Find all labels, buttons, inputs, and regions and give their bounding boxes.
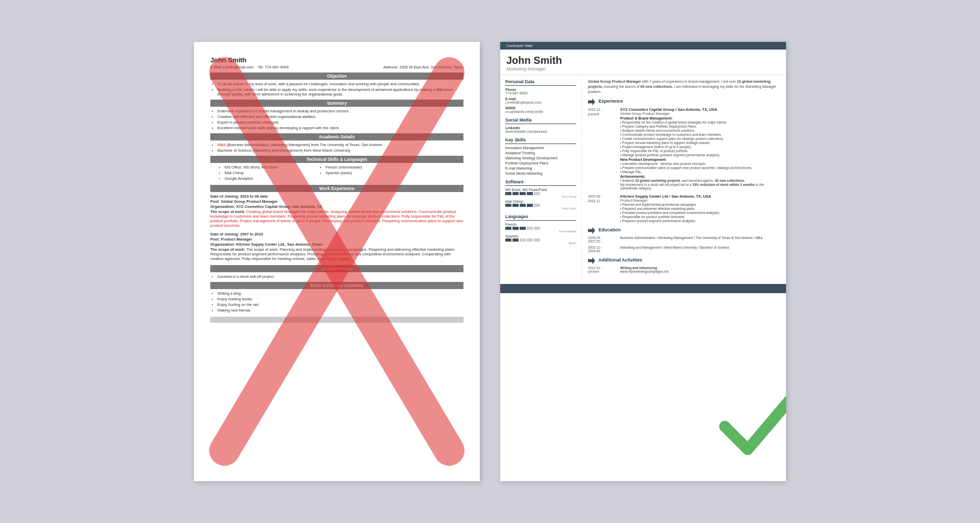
- exp-subtitle-3: Achievements:: [620, 175, 780, 178]
- edu-content-1: Business Administration / Marketing Mana…: [620, 236, 763, 243]
- www-label: WWW: [505, 106, 576, 110]
- bullet: • Fully responsible for P&L of product p…: [620, 149, 780, 153]
- main-container: John Smith E-Mail: j.smith@mail.com Tel:…: [179, 27, 801, 496]
- edu-dates-2: 2000-10 - 2004-05: [588, 246, 616, 253]
- edu-content-2: Marketing and Management / West Miami Un…: [620, 246, 729, 253]
- skill-item: Analytical Thinking: [505, 151, 576, 155]
- bar-segment: [520, 204, 526, 207]
- bullet: • Manage P&L.: [620, 170, 780, 174]
- left-email: E-Mail: j.smith@mail.com Tel: 774-987-40…: [210, 65, 288, 69]
- list-item: Excellent interpersonal skills quickly d…: [217, 126, 463, 130]
- lang-label-1: Intermediate: [505, 230, 576, 233]
- left-academic-title: Academic Details: [210, 133, 463, 140]
- work-org-2: Organization: Kitchen Supply Center Ltd.…: [210, 242, 463, 247]
- linkedin-value: www.linkedin.com/johnutw: [505, 130, 576, 133]
- work-org-1: Organization: XYZ Cosmetics Capital Grou…: [210, 204, 463, 209]
- left-lang-col: French (intermediate) Spanish (basic): [318, 165, 362, 182]
- bar-segment: [505, 192, 511, 195]
- edu-entry-2: 2000-10 - 2004-05 Marketing and Manageme…: [588, 246, 780, 253]
- exp-subtitle-2: New Product Development:: [620, 158, 780, 161]
- left-achievements-list: Involved in a stock sell-off project.: [210, 274, 463, 279]
- additional-content-1: Writing and Influencing www.mymarketingc…: [620, 266, 669, 273]
- phone-label: Phone: [505, 88, 576, 91]
- list-item: Creative with effective and efficient or…: [217, 114, 463, 119]
- exp-company-1: XYZ Cosmetics Capital Group / San Antoni…: [620, 107, 780, 112]
- skill-item: Marketing Strategy Development: [505, 156, 576, 160]
- right-name: John Smith: [506, 55, 780, 66]
- left-technical-title: Technical Skills & Languages: [210, 156, 463, 163]
- mba-highlight: MBA: [217, 142, 226, 147]
- left-summary-list: Extensive experience in brand management…: [210, 109, 463, 130]
- bar-segment: [512, 192, 519, 195]
- bar-segment: [505, 227, 511, 230]
- social-media-title: Social Media: [505, 117, 576, 124]
- right-right-col: Global Group Product Manager with 7 year…: [582, 75, 786, 280]
- left-extracurricular-title: Extra Curricular Activities: [210, 282, 463, 289]
- exp-bullets-3: I finalized 10 global marketing projects…: [620, 179, 780, 190]
- work-post-1: Post: Global Group Product Manager: [210, 199, 463, 204]
- work-date-2: Date of Joining: 2007 to 2010: [210, 232, 463, 236]
- list-item: Spanish (basic): [326, 171, 362, 175]
- summary-blurb: Global Group Product Manager with 7 year…: [588, 79, 780, 94]
- languages-title: Languages: [505, 214, 576, 221]
- exp-dates-1: 2010-12 - present: [588, 107, 616, 116]
- resume-bad: John Smith E-Mail: j.smith@mail.com Tel:…: [194, 42, 480, 481]
- left-extracurricular-list: Writing a blog. Enjoy reading books. Enj…: [210, 291, 463, 313]
- bullet: • Prepared and delivered effective marke…: [620, 207, 780, 210]
- list-item: Involved in a stock sell-off project.: [217, 274, 463, 279]
- scope-text-2: The scope of work: Planning and implemen…: [210, 247, 455, 261]
- lang-label-2: Basic: [505, 242, 576, 245]
- list-item: Writing a blog.: [217, 291, 463, 296]
- exp-bullets-4: • Planned and implemented promotional ca…: [620, 203, 780, 223]
- left-resume-name: John Smith: [210, 56, 463, 64]
- left-work-entry-1: Date of Joining: 2010 to till date Post:…: [210, 194, 463, 228]
- list-item: Enjoy reading books.: [217, 297, 463, 301]
- exp-entry-1: 2010-12 - present XYZ Cosmetics Capital …: [588, 107, 780, 190]
- bullet: • Innovation development - develop new p…: [620, 162, 780, 165]
- linkedin-label: LinkedIn: [505, 126, 576, 130]
- bar-segment-empty: [534, 192, 540, 195]
- left-work-title: Work Experience: [210, 185, 463, 192]
- bar-segment-empty: [534, 204, 540, 207]
- software-label-1: Very Good: [505, 195, 576, 198]
- bullet: • Manage product portfolio (product segm…: [620, 153, 780, 157]
- list-item: French (intermediate): [326, 165, 362, 170]
- skill-item: Social Media Marketing: [505, 172, 576, 175]
- additional-dates-1: 2012-01 - present: [588, 266, 616, 273]
- bullet: • Prepare annual marketing plans to supp…: [620, 141, 780, 145]
- left-address: Address: 1905 W East Ave, San Antonio, T…: [383, 65, 463, 69]
- bullet: • Communicate product knowledge to custo…: [620, 133, 780, 136]
- summary-text2: including the launch of: [604, 85, 641, 88]
- list-item: Google Analytics: [225, 176, 278, 181]
- left-contact-row: E-Mail: j.smith@mail.com Tel: 774-987-40…: [210, 65, 463, 69]
- software-item-2: Mail Chimp: [505, 200, 576, 203]
- work-scope-1: The scope of work: Creating global brand…: [210, 209, 463, 228]
- right-job-title: Marketing Manager: [506, 66, 780, 72]
- exp-content-1: XYZ Cosmetics Capital Group / San Antoni…: [620, 107, 780, 190]
- summary-highlight3: 60 new collections.: [641, 85, 673, 88]
- software-item-1: MS Excel, MS PowerPoint: [505, 188, 576, 192]
- bullet: • Project management (teams of up to 5 p…: [620, 145, 780, 149]
- skill-item: Portfolio Deployment Plans: [505, 161, 576, 165]
- resume-good: Curriculum Vitae John Smith Marketing Ma…: [500, 42, 786, 481]
- exp-header-1: 2010-12 - present XYZ Cosmetics Capital …: [588, 107, 780, 190]
- edu-entry-1: 2005-09 - 2007-05 Business Administratio…: [588, 236, 780, 243]
- bar-segment: [505, 239, 511, 242]
- right-left-col: Personal Data Phone 774-987-4009 E-mail …: [500, 75, 582, 280]
- left-achievements-title: Achievements: [210, 265, 463, 272]
- arrow-icon: [588, 98, 595, 105]
- left-work-entry-2: Date of Joining: 2007 to 2010 Post: Prod…: [210, 232, 463, 261]
- key-skills-title: Key Skills: [505, 137, 576, 144]
- bar-segment-empty: [520, 239, 526, 242]
- bullet: • Responsible for the creation of global…: [620, 121, 780, 124]
- bullet: I finalized 10 global marketing projects…: [620, 179, 780, 182]
- software-title: Software: [505, 179, 576, 186]
- edu-dates-1: 2005-09 - 2007-05: [588, 236, 616, 243]
- bullet: • Provided product portfolios and compet…: [620, 211, 780, 215]
- exp-subtitle-1: Product & Brand Management:: [620, 116, 780, 120]
- right-top-bar: Curriculum Vitae: [500, 42, 786, 50]
- experience-title: Experience: [588, 98, 780, 105]
- exp-bullets-1: • Responsible for the creation of global…: [620, 121, 780, 157]
- left-skills-col1: MS Office: MS Word, MS Excel Mail Chimp …: [217, 165, 278, 182]
- additional-title: Additional Activities: [588, 257, 780, 264]
